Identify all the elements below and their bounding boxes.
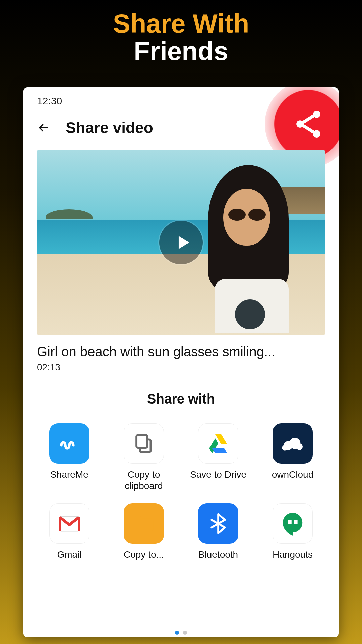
svg-point-7 — [296, 443, 303, 450]
share-item-label: ownCloud — [272, 469, 314, 480]
svg-rect-10 — [288, 520, 291, 524]
svg-rect-4 — [136, 435, 147, 448]
video-meta: Girl on beach with sun glasses smiling..… — [23, 335, 339, 373]
folder-icon — [124, 503, 164, 544]
share-item-label: Save to Drive — [190, 469, 246, 480]
page-indicator — [23, 623, 339, 637]
page-title: Share video — [66, 119, 153, 137]
share-item-label: ShareMe — [50, 469, 88, 480]
share-item-owncloud[interactable]: ownCloud — [259, 423, 326, 491]
device-frame: 12:30 Share video Girl on beach wit — [23, 87, 339, 637]
page-dot-active — [175, 631, 179, 635]
share-item-label: Copy to clipboard — [114, 469, 174, 491]
share-grid: ShareMe Copy to clipboard Save to Drive — [23, 407, 339, 560]
back-button[interactable] — [37, 121, 50, 134]
status-time: 12:30 — [37, 95, 62, 106]
promo-title: Share With Friends — [0, 0, 362, 65]
share-item-label: Bluetooth — [198, 549, 238, 560]
share-section: Share with ShareMe Copy to clipboard — [23, 373, 339, 560]
promo-line-1: Share With — [0, 10, 362, 38]
share-item-shareme[interactable]: ShareMe — [36, 423, 103, 491]
share-heading: Share with — [23, 391, 339, 407]
svg-rect-11 — [294, 520, 297, 524]
promo-line-2: Friends — [0, 38, 362, 65]
share-item-gmail[interactable]: Gmail — [36, 503, 103, 560]
share-item-label: Gmail — [57, 549, 81, 560]
gmail-icon — [49, 503, 89, 544]
hangouts-icon — [273, 503, 313, 544]
play-button[interactable] — [159, 221, 203, 264]
video-thumbnail[interactable] — [37, 150, 325, 335]
drive-icon — [198, 423, 238, 464]
video-duration: 02:13 — [37, 362, 325, 373]
share-icon — [277, 92, 339, 156]
share-item-label: Copy to... — [124, 549, 164, 560]
share-item-hangouts[interactable]: Hangouts — [259, 503, 326, 560]
share-item-copy-to[interactable]: Copy to... — [110, 503, 178, 560]
copy-icon — [124, 423, 164, 464]
play-icon — [173, 233, 192, 252]
share-item-bluetooth[interactable]: Bluetooth — [184, 503, 252, 560]
arrow-left-icon — [37, 121, 50, 134]
owncloud-icon — [273, 423, 313, 464]
share-item-label: Hangouts — [273, 549, 313, 560]
shareme-icon — [49, 423, 89, 464]
page-dot — [183, 631, 187, 635]
video-caption: Girl on beach with sun glasses smiling..… — [37, 344, 325, 359]
bluetooth-icon — [198, 503, 238, 544]
svg-point-8 — [282, 445, 288, 451]
share-item-drive[interactable]: Save to Drive — [184, 423, 252, 491]
share-item-copy-clipboard[interactable]: Copy to clipboard — [110, 423, 178, 491]
